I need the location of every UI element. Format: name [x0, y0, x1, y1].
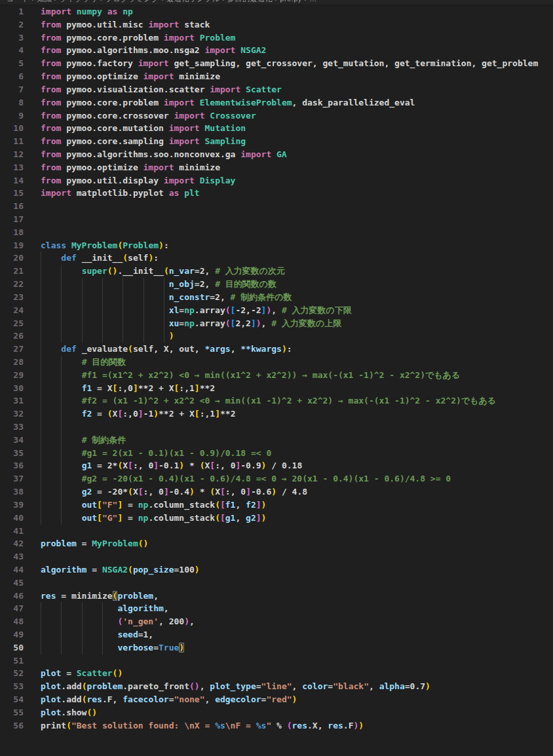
line-number[interactable]: 44 [0, 563, 24, 576]
code-line-38[interactable]: 38 g2 = -20*(X[:, 0]-0.4) * (X[:, 0]-0.6… [0, 485, 553, 499]
line-number[interactable]: 1 [0, 5, 24, 18]
line-number[interactable]: 42 [0, 537, 24, 550]
line-number[interactable]: 32 [0, 407, 24, 421]
line-number[interactable]: 50 [0, 641, 24, 654]
code-line-7[interactable]: 7from pymoo.visualization.scatter import… [0, 83, 553, 96]
line-number[interactable]: 36 [0, 459, 24, 472]
code-line-26[interactable]: 26 ) [0, 330, 553, 343]
code-line-40[interactable]: 40 out["G"] = np.column_stack([g1, g2]) [0, 512, 553, 525]
line-number[interactable]: 35 [0, 447, 24, 460]
line-number[interactable]: 25 [0, 317, 24, 330]
line-number[interactable]: 46 [0, 590, 24, 603]
code-line-2[interactable]: 2from pymoo.util.misc import stack [0, 18, 553, 31]
line-number[interactable]: 8 [0, 96, 24, 109]
code-line-1[interactable]: 1import numpy as np [0, 5, 553, 18]
code-line-49[interactable]: 49 seed=1, [0, 628, 553, 641]
line-number[interactable]: 14 [0, 174, 24, 187]
line-number[interactable]: 6 [0, 70, 24, 83]
code-line-6[interactable]: 6from pymoo.optimize import minimize [0, 70, 553, 83]
line-number[interactable]: 4 [0, 44, 24, 57]
code-line-10[interactable]: 10from pymoo.core.mutation import Mutati… [0, 122, 553, 135]
line-number[interactable]: 40 [0, 512, 24, 525]
line-number[interactable]: 18 [0, 226, 24, 239]
code-line-23[interactable]: 23 n_constr=2, # 制約条件の数 [0, 291, 553, 304]
code-line-37[interactable]: 37 #g2 = -20(x1 - 0.4)(x1 - 0.6)/4.8 =< … [0, 472, 553, 485]
line-number[interactable]: 20 [0, 252, 24, 265]
code-line-22[interactable]: 22 n_obj=2, # 目的関数の数 [0, 278, 553, 291]
code-line-13[interactable]: 13from pymoo.optimize import minimize [0, 161, 553, 174]
line-number[interactable]: 41 [0, 525, 24, 538]
line-number[interactable]: 22 [0, 278, 24, 291]
line-number[interactable]: 53 [0, 680, 24, 693]
code-line-51[interactable]: 51 [0, 654, 553, 668]
code-line-41[interactable]: 41 [0, 525, 553, 538]
line-number[interactable]: 9 [0, 109, 24, 123]
code-line-55[interactable]: 55plot.show() [0, 706, 553, 719]
code-line-9[interactable]: 9from pymoo.core.crossover import Crosso… [0, 109, 553, 123]
line-number[interactable]: 33 [0, 421, 24, 434]
code-line-28[interactable]: 28 # 目的関数 [0, 356, 553, 369]
line-number[interactable]: 13 [0, 161, 24, 174]
code-line-20[interactable]: 20 def __init__(self): [0, 252, 553, 265]
code-line-32[interactable]: 32 f2 = (X[:,0]-1)**2 + X[:,1]**2 [0, 407, 553, 421]
line-number[interactable]: 54 [0, 693, 24, 706]
line-number[interactable]: 43 [0, 550, 24, 563]
line-number[interactable]: 17 [0, 213, 24, 226]
line-number[interactable]: 21 [0, 265, 24, 278]
code-line-31[interactable]: 31 #f2 = (x1 -1)^2 + x2^2 <0 → min((x1 -… [0, 394, 553, 407]
code-line-11[interactable]: 11from pymoo.core.sampling import Sampli… [0, 135, 553, 148]
line-number[interactable]: 19 [0, 239, 24, 252]
code-line-17[interactable]: 17 [0, 213, 553, 226]
line-number[interactable]: 51 [0, 654, 24, 668]
line-number[interactable]: 27 [0, 343, 24, 356]
line-number[interactable]: 37 [0, 472, 24, 485]
line-number[interactable]: 10 [0, 122, 24, 135]
code-line-18[interactable]: 18 [0, 226, 553, 239]
line-number[interactable]: 3 [0, 31, 24, 45]
code-line-21[interactable]: 21 super().__init__(n_var=2, # 入力変数の次元 [0, 265, 553, 278]
code-line-27[interactable]: 27 def _evaluate(self, X, out, *args, **… [0, 343, 553, 356]
code-line-19[interactable]: 19class MyProblem(Problem): [0, 239, 553, 252]
code-line-43[interactable]: 43 [0, 550, 553, 563]
line-number[interactable]: 28 [0, 356, 24, 369]
code-line-29[interactable]: 29 #f1 =(x1^2 + x2^2) <0 → min((x1^2 + x… [0, 369, 553, 382]
code-line-53[interactable]: 53plot.add(problem.pareto_front(), plot_… [0, 680, 553, 693]
line-number[interactable]: 39 [0, 499, 24, 512]
code-line-8[interactable]: 8from pymoo.core.problem import Elementw… [0, 96, 553, 109]
line-number[interactable]: 24 [0, 304, 24, 317]
line-number[interactable]: 34 [0, 434, 24, 447]
code-line-54[interactable]: 54plot.add(res.F, facecolor="none", edge… [0, 693, 553, 706]
line-number[interactable]: 47 [0, 602, 24, 615]
code-line-4[interactable]: 4from pymoo.algorithms.moo.nsga2 import … [0, 44, 553, 57]
code-line-42[interactable]: 42problem = MyProblem() [0, 537, 553, 550]
code-line-33[interactable]: 33 [0, 421, 553, 434]
line-number[interactable]: 48 [0, 615, 24, 628]
code-line-46[interactable]: 46res = minimize(problem, [0, 590, 553, 603]
code-line-25[interactable]: 25 xu=np.array([2,2]), # 入力変数の上限 [0, 317, 553, 330]
code-line-36[interactable]: 36 g1 = 2*(X[:, 0]-0.1) * (X[:, 0]-0.9) … [0, 459, 553, 472]
line-number[interactable]: 56 [0, 719, 24, 732]
code-line-52[interactable]: 52plot = Scatter() [0, 667, 553, 680]
line-number[interactable]: 7 [0, 83, 24, 96]
code-line-12[interactable]: 12from pymoo.algorithms.soo.nonconvex.ga… [0, 148, 553, 161]
code-line-44[interactable]: 44algorithm = NSGA2(pop_size=100) [0, 563, 553, 576]
line-number[interactable]: 11 [0, 135, 24, 148]
code-line-56[interactable]: 56print("Best solution found: \nX = %s\n… [0, 719, 553, 732]
code-line-5[interactable]: 5from pymoo.factory import get_sampling,… [0, 57, 553, 70]
line-number[interactable]: 31 [0, 394, 24, 407]
code-line-47[interactable]: 47 algorithm, [0, 602, 553, 615]
line-number[interactable]: 5 [0, 57, 24, 70]
line-number[interactable]: 38 [0, 485, 24, 499]
line-number[interactable]: 45 [0, 576, 24, 590]
line-number[interactable]: 52 [0, 667, 24, 680]
code-line-34[interactable]: 34 # 制約条件 [0, 434, 553, 447]
line-number[interactable]: 12 [0, 148, 24, 161]
code-line-30[interactable]: 30 f1 = X[:,0]**2 + X[:,1]**2 [0, 382, 553, 395]
code-line-35[interactable]: 35 #g1 = 2(x1 - 0.1)(x1 - 0.9)/0.18 =< 0 [0, 447, 553, 460]
line-number[interactable]: 23 [0, 291, 24, 304]
line-number[interactable]: 26 [0, 330, 24, 343]
line-number[interactable]: 15 [0, 187, 24, 200]
line-number[interactable]: 55 [0, 706, 24, 719]
line-number[interactable]: 2 [0, 18, 24, 31]
code-line-48[interactable]: 48 ('n_gen', 200), [0, 615, 553, 628]
